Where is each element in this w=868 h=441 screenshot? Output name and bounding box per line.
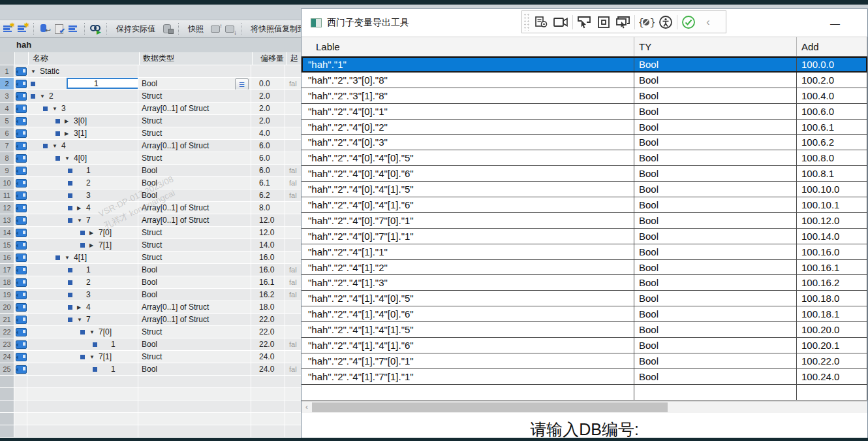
insert-row-icon[interactable]: ✱ <box>3 24 14 34</box>
name-cell[interactable]: ▼7 <box>27 214 138 227</box>
datatype-cell[interactable]: Bool <box>138 189 251 202</box>
scroll-left-arrow-icon[interactable]: ‹ <box>302 402 312 412</box>
name-cell[interactable]: 2 <box>27 276 138 289</box>
name-cell[interactable]: 1 <box>27 264 138 276</box>
name-cell[interactable]: ▼7[1] <box>27 351 138 363</box>
datatype-cell[interactable]: Array[0..1] of Struct <box>138 103 251 115</box>
expand-icon[interactable]: ▶ <box>77 205 86 211</box>
datatype-cell[interactable]: Struct <box>138 239 251 252</box>
name-cell[interactable]: ▼7[0] <box>27 326 138 338</box>
screen-record-icon[interactable] <box>551 14 571 31</box>
datatype-cell[interactable]: Struct <box>138 152 251 165</box>
snapshot-download-icon[interactable]: ↓ <box>225 24 236 34</box>
datatype-cell[interactable]: Array[0..1] of Struct <box>138 140 251 152</box>
export-row[interactable]: "hah"."2"."4"[0]."4"[0]."5"Bool100.8.0 <box>302 150 867 166</box>
keep-value-icon[interactable]: ↩ <box>39 24 51 34</box>
datatype-cell[interactable]: Bool <box>138 363 251 376</box>
expand-icon[interactable]: ▶ <box>89 242 99 248</box>
export-row[interactable]: "hah"."2"."4"[1]."4"[0]."5"Bool100.18.0 <box>302 291 867 306</box>
export-row[interactable]: "hah"."2"."4"[1]."4"[0]."6"Bool100.18.1 <box>302 306 867 322</box>
datatype-cell[interactable]: Struct <box>138 326 251 338</box>
name-cell[interactable]: ▶4 <box>27 202 138 214</box>
export-row[interactable]: "hah"."2"."3"[0]."8"Bool100.2.0 <box>302 73 867 88</box>
export-row[interactable]: "hah"."2"."4"[1]."4"[1]."6"Bool100.20.1 <box>302 338 867 353</box>
name-cell[interactable]: ▶3[1] <box>27 127 138 140</box>
snapshot-upload-icon[interactable]: ↑ <box>210 24 222 34</box>
name-cell[interactable]: ▶7[0] <box>27 227 138 239</box>
export-row[interactable]: "hah"."2"."4"[0]."4"[1]."6"Bool100.10.1 <box>302 197 867 213</box>
name-edit-input[interactable]: 1 <box>67 78 138 89</box>
name-cell[interactable]: 1 <box>27 165 138 177</box>
export-row[interactable]: "hah"."1"Bool100.0.0 <box>302 57 867 73</box>
datatype-cell[interactable]: Struct <box>138 90 251 103</box>
datatype-cell[interactable]: Array[0..1] of Struct <box>138 301 251 314</box>
collapse-icon[interactable]: ▼ <box>89 329 99 335</box>
select-region-icon[interactable] <box>594 14 613 31</box>
datatype-cell[interactable]: Bool <box>138 177 251 189</box>
name-cell[interactable]: ▶4 <box>27 301 138 314</box>
offset-column-header[interactable]: 偏移量 <box>253 52 287 65</box>
accept-icon[interactable]: ✔ <box>54 24 65 34</box>
horizontal-scrollbar[interactable]: ‹ <box>302 401 867 413</box>
sort-lines-icon[interactable] <box>68 24 80 34</box>
name-cell[interactable]: 3 <box>27 289 138 301</box>
collapse-icon[interactable]: ‹ <box>698 14 718 31</box>
snapshot-button[interactable]: 快照 <box>184 24 208 35</box>
collapse-icon[interactable]: ▼ <box>77 218 86 223</box>
ty-column-header[interactable]: TY <box>634 37 797 56</box>
datatype-picker-button[interactable]: ☰ <box>235 78 249 90</box>
export-row[interactable]: "hah"."2"."4"[1]."4"[1]."5"Bool100.20.0 <box>302 322 867 338</box>
export-row[interactable]: "hah"."2"."4"[0]."7"[0]."1"Bool100.12.0 <box>302 213 867 229</box>
export-row[interactable]: "hah"."2"."4"[0]."4"[0]."6"Bool100.8.1 <box>302 166 867 182</box>
expand-icon[interactable]: ▶ <box>65 131 74 137</box>
export-row[interactable]: "hah"."2"."4"[0]."7"[1]."1"Bool100.14.0 <box>302 229 867 244</box>
export-row[interactable]: "hah"."2"."4"[0]."2"Bool100.6.1 <box>302 120 867 135</box>
collapse-icon[interactable]: ▼ <box>52 143 61 149</box>
datatype-cell[interactable]: Bool <box>138 276 251 289</box>
datatype-cell[interactable]: Bool <box>138 338 251 351</box>
add-column-header[interactable]: Add <box>797 37 867 56</box>
collapse-icon[interactable]: ▼ <box>65 155 74 161</box>
collapse-icon[interactable]: ▼ <box>40 93 49 99</box>
name-cell[interactable]: 2 <box>27 177 138 189</box>
expand-icon[interactable]: ▶ <box>65 118 74 124</box>
accessibility-icon[interactable] <box>656 14 675 31</box>
name-cell[interactable]: 1 <box>27 363 138 376</box>
select-element-icon[interactable] <box>574 14 594 31</box>
name-cell[interactable]: ▼4 <box>27 140 138 152</box>
export-row[interactable]: "hah"."2"."4"[1]."7"[1]."1"Bool100.24.0 <box>302 369 867 385</box>
minimize-button[interactable]: — <box>830 18 840 29</box>
datatype-cell[interactable]: Bool <box>138 165 251 177</box>
lable-column-header[interactable]: Lable <box>302 37 634 56</box>
datatype-cell[interactable]: Array[0..1] of Struct <box>138 314 251 326</box>
name-cell[interactable]: ▼4[0] <box>27 152 138 165</box>
add-row-icon[interactable]: ✱ <box>17 24 29 34</box>
export-row[interactable]: "hah"."2"."4"[1]."3"Bool100.16.2 <box>302 275 867 291</box>
db-lock-icon[interactable] <box>162 24 174 34</box>
export-row[interactable]: "hah"."2"."4"[1]."2"Bool100.16.1 <box>302 260 867 276</box>
datatype-cell[interactable]: Struct <box>138 227 251 239</box>
datatype-cell[interactable] <box>138 65 251 78</box>
name-cell[interactable]: ▼2 <box>27 90 138 103</box>
name-cell[interactable]: 3 <box>27 189 138 202</box>
code-braces-icon[interactable]: {} <box>636 14 656 31</box>
export-row[interactable]: "hah"."2"."4"[1]."1"Bool100.16.0 <box>302 244 867 260</box>
datatype-cell[interactable]: Struct <box>138 351 251 363</box>
datatype-cell[interactable]: Bool☰ <box>138 78 251 90</box>
datatype-cell[interactable]: Array[0..1] of Struct <box>138 202 251 214</box>
name-cell[interactable]: ▶7[1] <box>27 239 138 252</box>
collapse-icon[interactable]: ▼ <box>77 317 86 323</box>
export-row[interactable]: "hah"."2"."4"[0]."3"Bool100.6.2 <box>302 135 867 150</box>
monitor-icon[interactable]: ▶ <box>90 24 102 34</box>
select-window-icon[interactable] <box>613 14 633 31</box>
datatype-cell[interactable]: Struct <box>138 252 251 264</box>
datatype-cell[interactable]: Array[0..1] of Struct <box>138 214 251 227</box>
name-cell[interactable]: ▶3[0] <box>27 115 138 127</box>
name-cell[interactable]: ▼7 <box>27 314 138 326</box>
confirm-icon[interactable] <box>679 14 698 31</box>
name-cell[interactable]: ▼3 <box>27 103 138 115</box>
drag-handle[interactable] <box>523 13 530 31</box>
export-row[interactable]: "hah"."2"."4"[0]."1"Bool100.6.0 <box>302 104 867 120</box>
datatype-cell[interactable]: Struct <box>138 115 251 127</box>
name-cell[interactable]: ▼4[1] <box>27 252 138 264</box>
